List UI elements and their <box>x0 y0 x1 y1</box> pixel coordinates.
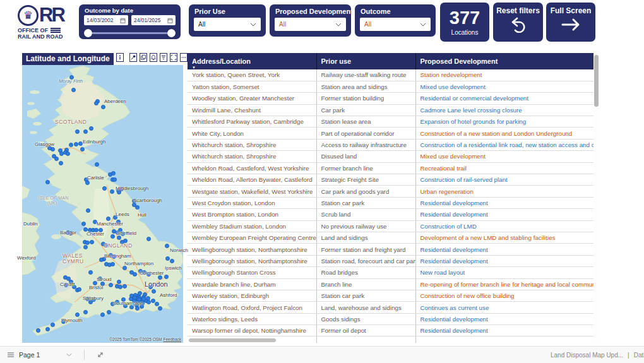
table-row[interactable]: Wheldon Road, Castleford, West Yorkshire… <box>188 162 593 174</box>
map-point[interactable] <box>99 258 104 262</box>
map-point[interactable] <box>129 305 134 309</box>
map-point[interactable] <box>94 101 98 105</box>
column-header-prior-use[interactable]: Prior use <box>316 53 415 69</box>
map-point[interactable] <box>69 75 74 80</box>
full-screen-button[interactable]: Full Screen <box>546 3 595 42</box>
table-row[interactable]: West Croydon station, LondonStation car … <box>188 197 593 208</box>
table-row[interactable]: Wellingborough Stanton CrossRoad bridges… <box>188 267 593 278</box>
slider-handle-end[interactable] <box>167 29 176 37</box>
table-row[interactable]: Watlington Road, Oxford, Project FalconL… <box>188 302 593 313</box>
map-point[interactable] <box>110 262 115 266</box>
map-point[interactable] <box>113 215 117 220</box>
pin-icon[interactable] <box>129 53 137 62</box>
map-point[interactable] <box>85 241 90 245</box>
map-point[interactable] <box>89 126 93 131</box>
map-point[interactable] <box>116 220 121 224</box>
map-point[interactable] <box>138 291 142 295</box>
map-point[interactable] <box>146 300 151 304</box>
table-row[interactable]: York station, Queen Street, YorkRailway … <box>188 69 593 81</box>
map-point[interactable] <box>47 146 52 150</box>
reset-filters-button[interactable]: Reset filters <box>493 3 543 42</box>
vertical-scrollbar-thumb[interactable] <box>594 55 599 107</box>
map-point[interactable] <box>95 162 99 167</box>
map-point[interactable] <box>121 232 125 236</box>
map-point[interactable] <box>85 181 90 185</box>
map-point[interactable] <box>135 205 140 210</box>
map-point[interactable] <box>122 266 127 270</box>
map-point[interactable] <box>123 304 128 308</box>
map-point[interactable] <box>100 282 105 286</box>
map-point[interactable] <box>94 228 98 232</box>
map-point[interactable] <box>118 285 122 289</box>
map-point[interactable] <box>90 240 94 244</box>
table-row[interactable]: Windmill Lane, CheshuntCar parkCadmore L… <box>188 104 593 116</box>
map-point[interactable] <box>111 171 116 176</box>
map-point[interactable] <box>121 297 126 302</box>
start-date-input[interactable]: 14/03/2002 <box>84 15 128 25</box>
map-point[interactable] <box>81 222 86 226</box>
map-point[interactable] <box>112 254 116 259</box>
map-point[interactable] <box>158 306 162 311</box>
page-selector[interactable]: Page 1 <box>19 351 72 359</box>
map-point[interactable] <box>142 270 146 275</box>
fit-to-page-icon[interactable] <box>97 351 104 359</box>
table-row[interactable]: Wheldon Road, Allerton Bywater, Castlefo… <box>188 174 593 186</box>
map-point[interactable] <box>137 297 141 302</box>
map-point[interactable] <box>100 312 105 317</box>
map-point[interactable] <box>115 300 119 304</box>
column-header-proposed-development[interactable]: Proposed Development <box>415 53 593 69</box>
map-point[interactable] <box>122 284 127 289</box>
table-row[interactable]: Wembley Stadium station, LondonNo previo… <box>188 220 593 232</box>
map-point[interactable] <box>158 275 162 280</box>
map-point[interactable] <box>71 88 76 92</box>
map-point[interactable] <box>106 217 110 221</box>
map-point[interactable] <box>110 189 114 194</box>
map-point[interactable] <box>93 220 97 224</box>
map-point[interactable] <box>117 280 121 284</box>
map-point[interactable] <box>151 299 155 303</box>
map-point[interactable] <box>51 323 55 327</box>
map-point[interactable] <box>86 208 90 213</box>
prior-use-dropdown[interactable]: All <box>194 18 261 31</box>
table-row[interactable]: Whitchurch station, ShropshireAccess to … <box>188 139 593 150</box>
table-row[interactable]: Weardale branch line, DurhamBranch lineR… <box>188 278 593 290</box>
outcome-dropdown[interactable]: All <box>360 18 431 31</box>
table-row[interactable]: Wellingborough station, Northamptonshire… <box>188 255 593 266</box>
page-list-icon[interactable] <box>7 352 15 358</box>
map-point[interactable] <box>64 283 68 287</box>
filter-icon[interactable] <box>160 53 167 62</box>
map-point[interactable] <box>109 283 113 287</box>
map-point[interactable] <box>141 297 146 301</box>
map-point[interactable] <box>54 157 59 161</box>
table-row[interactable]: White City, LondonPart of operational co… <box>188 128 593 139</box>
map-point[interactable] <box>69 231 73 235</box>
map-point[interactable] <box>98 228 103 232</box>
map-point[interactable] <box>117 235 121 240</box>
map-point[interactable] <box>102 186 107 191</box>
table-row[interactable]: Woodley station, Greater ManchesterForme… <box>188 93 593 104</box>
map-point[interactable] <box>45 327 50 331</box>
map-point[interactable] <box>155 302 159 306</box>
table-row[interactable]: Wellingborough station, Northamptonshire… <box>188 244 593 255</box>
feedback-link[interactable]: Feedback <box>163 337 181 342</box>
more-options-icon[interactable] <box>180 53 188 62</box>
proposed-development-dropdown[interactable]: All <box>275 18 346 31</box>
map-point[interactable] <box>83 245 88 249</box>
alert-bell-icon[interactable] <box>150 53 157 62</box>
map-point[interactable] <box>75 312 80 317</box>
map-point[interactable] <box>45 180 50 184</box>
table-vertical-scrollbar[interactable] <box>594 54 599 340</box>
focus-mode-icon[interactable] <box>170 53 177 62</box>
map-point[interactable] <box>140 304 144 309</box>
table-row[interactable]: Warsop former oil depot, Nottinghamshire… <box>188 325 593 336</box>
map-point[interactable] <box>120 240 124 244</box>
slider-handle-start[interactable] <box>84 29 92 37</box>
map-point[interactable] <box>110 234 115 239</box>
map-point[interactable] <box>77 287 81 292</box>
map-point[interactable] <box>164 275 169 279</box>
map-point[interactable] <box>98 277 102 281</box>
map-point[interactable] <box>133 272 137 277</box>
info-icon[interactable] <box>116 53 124 62</box>
map-point[interactable] <box>133 295 137 300</box>
map-point[interactable] <box>119 187 124 191</box>
